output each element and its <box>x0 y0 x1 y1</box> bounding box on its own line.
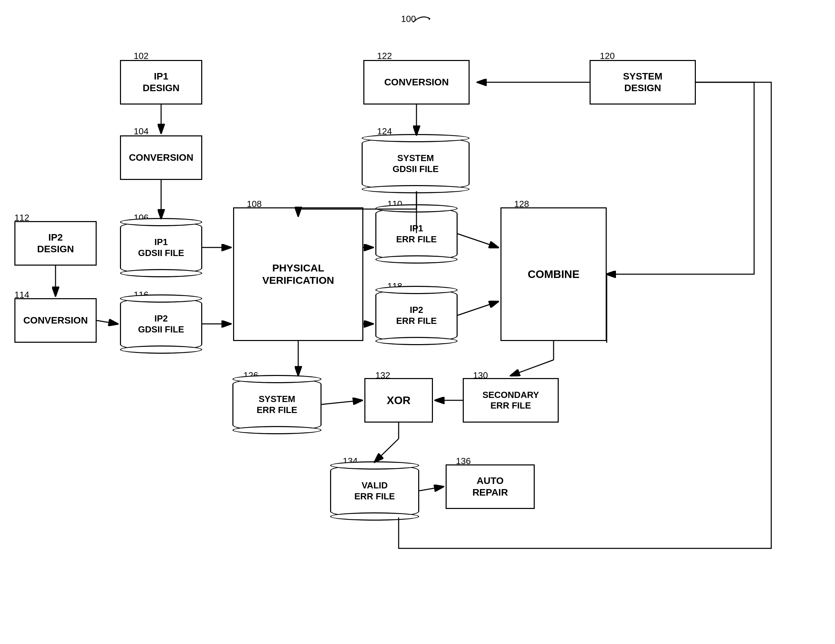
node-conversion-104: CONVERSION <box>120 135 202 180</box>
node-auto-repair: AUTOREPAIR <box>446 464 535 509</box>
node-combine: COMBINE <box>500 208 607 341</box>
node-secondary-err: SECONDARYERR FILE <box>463 378 559 423</box>
svg-line-15 <box>511 360 554 376</box>
node-ip2-gdsii: IP2GDSII FILE <box>120 297 202 350</box>
svg-line-20 <box>419 487 443 491</box>
node-ip2-err: IP2ERR FILE <box>375 289 458 342</box>
node-ip1-err: IP1ERR FILE <box>375 208 458 261</box>
svg-line-19 <box>375 439 399 462</box>
svg-line-12 <box>458 234 498 247</box>
svg-line-16 <box>322 400 362 404</box>
node-valid-err: VALIDERR FILE <box>330 464 419 517</box>
node-ip1-design: IP1DESIGN <box>120 60 202 105</box>
flowchart-diagram: 100 102 IP1DESIGN 120 SYSTEMDESIGN 122 C… <box>0 0 835 644</box>
node-system-design: SYSTEMDESIGN <box>590 60 696 105</box>
node-ip1-gdsii: IP1GDSII FILE <box>120 221 202 274</box>
node-conversion-122: CONVERSION <box>363 60 469 105</box>
node-physical-verification: PHYSICALVERIFICATION <box>233 208 363 341</box>
svg-line-22 <box>97 320 118 324</box>
node-system-err: SYSTEMERR FILE <box>232 378 322 431</box>
node-xor: XOR <box>364 378 433 423</box>
node-conversion-114: CONVERSION <box>15 298 97 343</box>
svg-line-13 <box>458 302 498 315</box>
node-system-gdsii: SYSTEMGDSII FILE <box>362 137 469 190</box>
node-ip2-design: IP2DESIGN <box>15 221 97 266</box>
ref-arrow-100 <box>411 12 432 26</box>
